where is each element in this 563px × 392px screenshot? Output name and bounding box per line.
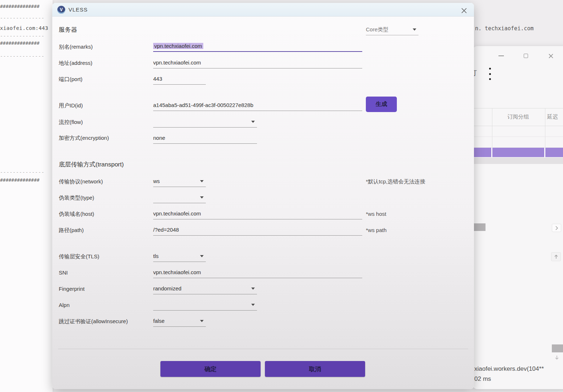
server-status-name: xiaofei.workers.dev(104** xyxy=(474,365,544,373)
flow-select[interactable] xyxy=(153,117,257,128)
column-header-subscription-group[interactable]: 订阅分组 xyxy=(492,113,544,120)
column-divider xyxy=(492,126,492,137)
chevron-down-icon xyxy=(251,288,255,290)
maximize-icon xyxy=(524,54,528,58)
arrow-up-icon xyxy=(554,254,558,259)
tls-select[interactable]: tls xyxy=(153,251,206,262)
section-transport-header: 底层传输方式(transport) xyxy=(59,160,124,169)
scroll-down-button[interactable] xyxy=(552,354,562,361)
alpn-label: Alpn xyxy=(59,300,70,310)
network-select[interactable]: ws xyxy=(153,176,206,187)
table-row xyxy=(473,137,563,148)
close-icon xyxy=(461,8,467,14)
footer-divider xyxy=(58,349,468,349)
remarks-input[interactable]: vpn.techxiaofei.com xyxy=(153,41,362,52)
tls-label: 传输层安全(TLS) xyxy=(59,251,99,262)
remarks-label: 别名(remarks) xyxy=(59,42,93,52)
fingerprint-select[interactable]: randomized xyxy=(153,284,257,294)
background-domain-text: n. techxiaofei.com xyxy=(475,25,534,32)
chevron-down-icon xyxy=(200,320,204,322)
selected-text: vpn.techxiaofei.com xyxy=(153,43,203,49)
server-status-latency: 02 ms xyxy=(474,375,491,383)
chevron-down-icon xyxy=(200,196,204,199)
network-label: 传输协议(network) xyxy=(59,177,103,187)
allow-insecure-label: 跳过证书验证(allowInsecure) xyxy=(59,316,128,326)
scroll-up-button[interactable] xyxy=(551,252,561,261)
network-hint: *默认tcp,选错会无法连接 xyxy=(366,177,425,187)
chevron-down-icon xyxy=(413,28,416,31)
fingerprint-value: randomized xyxy=(153,285,181,291)
address-label: 地址(address) xyxy=(59,58,92,68)
background-terminal-document: ############## -------------- xiaofei.co… xyxy=(0,0,53,392)
path-input[interactable]: /?ed=2048 xyxy=(153,225,362,236)
terminal-line-address: xiaofei.com:443 xyxy=(0,25,53,31)
encryption-input[interactable]: none xyxy=(153,133,257,144)
terminal-line: -------------- xyxy=(0,53,53,59)
dialog-close-button[interactable] xyxy=(460,6,468,15)
generate-uuid-button[interactable]: 生成 xyxy=(366,97,397,112)
allow-insecure-value: false xyxy=(153,318,165,324)
core-type-label: Core类型 xyxy=(366,26,389,32)
flow-label: 流控(flow) xyxy=(59,117,83,127)
vless-edit-dialog: V VLESS 服务器 Core类型 别名(remarks) vpn.techx… xyxy=(52,3,474,389)
background-main-window: 打 订阅分组 延迟 xyxy=(473,46,563,389)
v2rayn-logo-icon: V xyxy=(57,6,65,14)
terminal-line: ############## xyxy=(0,4,53,9)
host-hint: *ws host xyxy=(366,209,386,219)
path-hint: *ws path xyxy=(366,225,387,235)
alpn-select[interactable] xyxy=(153,300,257,311)
terminal-line: ############## xyxy=(0,40,53,46)
scroll-right-button[interactable] xyxy=(552,224,561,232)
column-divider xyxy=(492,137,492,147)
type-label: 伪装类型(type) xyxy=(59,193,94,203)
host-input[interactable]: vpn.techxiaofei.com xyxy=(153,209,362,219)
address-input[interactable]: vpn.techxiaofei.com xyxy=(153,58,362,68)
vertical-scrollbar-thumb[interactable] xyxy=(552,344,563,352)
maximize-button[interactable] xyxy=(520,51,531,61)
encryption-label: 加密方式(encryption) xyxy=(59,133,109,143)
host-label: 伪装域名(host) xyxy=(59,209,94,219)
dialog-title: VLESS xyxy=(68,6,88,13)
core-type-select[interactable]: Core类型 xyxy=(366,24,418,35)
section-server-header: 服务器 xyxy=(59,25,77,35)
type-select[interactable] xyxy=(153,192,206,203)
minimize-button[interactable] xyxy=(496,51,506,61)
terminal-line: -------------- xyxy=(0,33,53,39)
terminal-line: ############## xyxy=(0,177,53,183)
sni-input[interactable]: vpn.techxiaofei.com xyxy=(153,267,362,278)
server-list-table: 订阅分组 延迟 xyxy=(473,108,563,164)
allow-insecure-select[interactable]: false xyxy=(153,316,206,327)
close-button[interactable] xyxy=(545,51,556,61)
port-label: 端口(port) xyxy=(59,74,83,84)
horizontal-scrollbar-thumb[interactable] xyxy=(474,223,486,231)
table-header-row: 订阅分组 延迟 xyxy=(473,108,563,126)
close-icon xyxy=(548,53,554,59)
chevron-down-icon xyxy=(251,304,255,306)
chevron-down-icon xyxy=(200,180,204,182)
ok-button[interactable]: 确定 xyxy=(160,361,261,377)
terminal-line: -------------- xyxy=(0,169,53,175)
column-header-delay[interactable]: 延迟 xyxy=(547,113,563,120)
chevron-right-icon xyxy=(555,226,558,230)
path-label: 路径(path) xyxy=(59,225,84,235)
table-row xyxy=(473,126,563,137)
cancel-button[interactable]: 取消 xyxy=(265,361,365,377)
selected-table-row[interactable] xyxy=(473,148,563,157)
chevron-down-icon xyxy=(251,121,255,123)
more-menu-icon[interactable] xyxy=(488,68,491,80)
terminal-line: -------------- xyxy=(0,15,53,21)
user-id-label: 用户ID(id) xyxy=(59,101,83,111)
user-id-input[interactable]: a145aba5-ad51-499f-ac3f-0050227e828b xyxy=(153,100,362,111)
arrow-down-icon xyxy=(555,355,559,360)
tls-value: tls xyxy=(153,253,159,259)
column-divider xyxy=(545,108,545,126)
column-divider xyxy=(545,126,545,137)
chevron-down-icon xyxy=(200,255,204,257)
fingerprint-label: Fingerprint xyxy=(59,284,85,294)
minimize-icon xyxy=(498,55,504,56)
sni-label: SNI xyxy=(59,268,68,278)
table-footer-strip xyxy=(473,157,563,164)
column-divider xyxy=(545,137,545,147)
port-input[interactable]: 443 xyxy=(153,74,206,85)
network-value: ws xyxy=(153,178,160,184)
